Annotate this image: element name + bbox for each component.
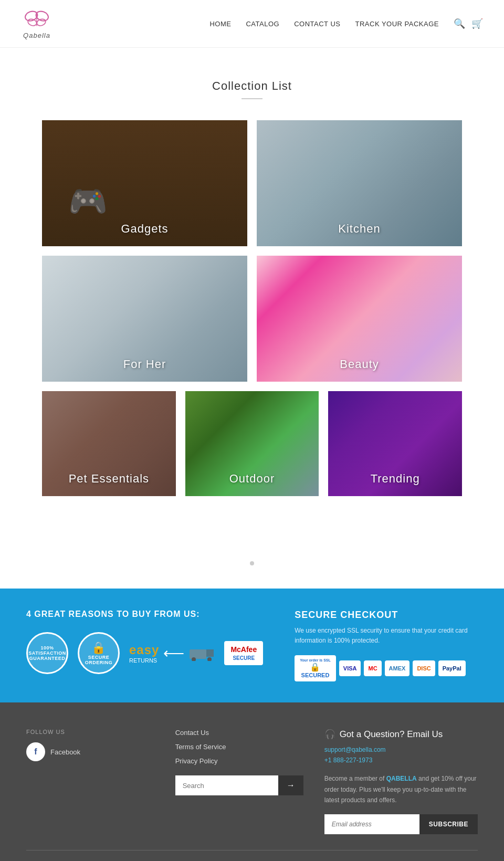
collection-forher[interactable]: For Her [42,256,247,382]
truck-icon [188,645,215,661]
footer-bottom: © 2017 Copyright Qabella.com. All Rights… [26,850,478,861]
satisfaction-pct: 100% [40,645,54,650]
easy-arrow-icon: ⟵ [163,645,184,662]
pet-overlay: Pet Essentials [42,391,176,496]
secure-ordering-badge: 🔒 SECURE ORDERING [78,632,120,674]
nav-track[interactable]: TRACK YOUR PACKAGE [355,20,439,28]
mcafee-top: McAfee [230,645,257,654]
outdoor-overlay: Outdoor [185,391,319,496]
link-terms[interactable]: Terms of Service [175,743,303,751]
kitchen-overlay: Kitchen [257,120,462,246]
beauty-label: Beauty [257,358,462,371]
subscribe-button[interactable]: SUBSCRIBE [419,814,478,834]
footer: FOLLOW US f Facebook Contact Us Terms of… [0,702,504,861]
facebook-text: Facebook [50,748,80,756]
reasons-title: 4 GREAT REASONS TO BUY FROM US: [26,610,263,619]
nav-contact[interactable]: CONTACT US [294,20,340,28]
footer-search-button[interactable]: → [278,775,303,795]
nav-catalog[interactable]: CATALOG [246,20,279,28]
facebook-link[interactable]: f Facebook [26,742,154,761]
collection-beauty[interactable]: Beauty [257,256,462,382]
collection-gadgets[interactable]: Gadgets [42,120,247,246]
ssl-bottom-text: SECURED [301,672,330,678]
collection-title: Collection List [42,79,462,93]
footer-links: Contact Us Terms of Service Privacy Poli… [154,729,303,834]
support-email[interactable]: support@qabella.com [324,746,478,753]
gadgets-overlay: Gadgets [42,120,247,246]
pagination [0,548,504,589]
forher-overlay: For Her [42,256,247,382]
satisfaction-guarantee: GUARANTEED [29,656,66,661]
footer-search-input[interactable] [175,775,278,795]
blue-banner: 4 GREAT REASONS TO BUY FROM US: 100% SAT… [0,589,504,702]
checkout-desc: We use encrypted SSL security to ensure … [295,626,478,646]
satisfaction-badge: 100% SATISFACTION GUARANTEED [26,632,68,674]
collection-section: Collection List Gadgets Kitchen For Her [0,48,504,548]
easy-sub: RETURNS [129,657,157,664]
footer-search-row: → [175,775,303,795]
svg-point-2 [27,18,37,27]
logo-icon [21,8,52,32]
gadgets-label: Gadgets [42,222,247,236]
badges-row: 100% SATISFACTION GUARANTEED 🔒 SECURE OR… [26,632,263,674]
facebook-icon: f [26,742,45,761]
title-divider [242,98,262,99]
easy-returns-badge: easy RETURNS ⟵ [129,643,215,664]
svg-marker-6 [206,649,214,657]
svg-point-3 [36,18,46,27]
checkout-section: SECURE CHECKOUT We use encrypted SSL sec… [263,610,478,681]
paypal-badge: PayPal [438,660,466,676]
link-contact[interactable]: Contact Us [175,729,303,737]
email-subscribe: SUBSCRIBE [324,814,478,834]
svg-rect-5 [190,649,206,659]
secure-ordering-label2: ORDERING [85,660,113,665]
satisfaction-text: SATISFACTION [28,650,66,656]
mcafee-bottom: SECURE [233,655,255,661]
logo-text: Qabella [23,32,50,39]
checkout-title: SECURE CHECKOUT [295,610,478,621]
collection-outdoor[interactable]: Outdoor [185,391,319,496]
member-text: Become a member of QABELLA and get 10% o… [324,773,478,805]
easy-label: easy [129,643,159,657]
brand-link[interactable]: QABELLA [386,775,417,782]
forher-label: For Her [42,358,247,371]
pet-label: Pet Essentials [42,472,176,486]
support-phone[interactable]: +1 888-227-1973 [324,757,478,764]
reasons-section: 4 GREAT REASONS TO BUY FROM US: 100% SAT… [26,610,263,674]
search-icon[interactable]: 🔍 [454,18,465,29]
cart-icon[interactable]: 🛒 [471,18,483,29]
beauty-overlay: Beauty [257,256,462,382]
ssl-badge: Your order is SSL 🔒 SECURED [295,655,336,681]
secure-ordering-circle: 🔒 SECURE ORDERING [78,632,120,674]
email-input[interactable] [324,814,419,834]
main-nav: HOME CATALOG CONTACT US TRACK YOUR PACKA… [209,18,483,29]
collection-row-3: Pet Essentials Outdoor Trending [42,391,462,496]
kitchen-label: Kitchen [257,222,462,236]
ssl-top-text: Your order is SSL [300,658,331,662]
nav-home[interactable]: HOME [209,20,231,28]
follow-label: FOLLOW US [26,729,154,735]
pagination-dot[interactable] [250,561,254,565]
collection-row-2: For Her Beauty [42,256,462,382]
collection-pet[interactable]: Pet Essentials [42,391,176,496]
satisfaction-circle: 100% SATISFACTION GUARANTEED [26,632,68,674]
collection-row-1: Gadgets Kitchen [42,120,462,246]
discover-badge: DISC [413,660,435,676]
headset-icon: 🎧 [324,729,335,740]
collection-trending[interactable]: Trending [328,391,462,496]
header: Qabella HOME CATALOG CONTACT US TRACK YO… [0,0,504,48]
footer-right: 🎧 Got a Question? Email Us support@qabel… [303,729,478,834]
secure-ordering-label1: SECURE [88,655,110,660]
logo[interactable]: Qabella [21,8,52,39]
amex-badge: AMEX [385,660,410,676]
payment-badges: Your order is SSL 🔒 SECURED VISA MC AMEX… [295,655,478,681]
nav-icons: 🔍 🛒 [454,18,483,29]
trending-overlay: Trending [328,391,462,496]
mcafee-badge: McAfee SECURE [224,641,263,665]
mastercard-badge: MC [364,660,381,676]
footer-follow: FOLLOW US f Facebook [26,729,154,834]
visa-badge: VISA [339,660,361,676]
link-privacy[interactable]: Privacy Policy [175,757,303,765]
collection-kitchen[interactable]: Kitchen [257,120,462,246]
footer-top: FOLLOW US f Facebook Contact Us Terms of… [26,729,478,850]
